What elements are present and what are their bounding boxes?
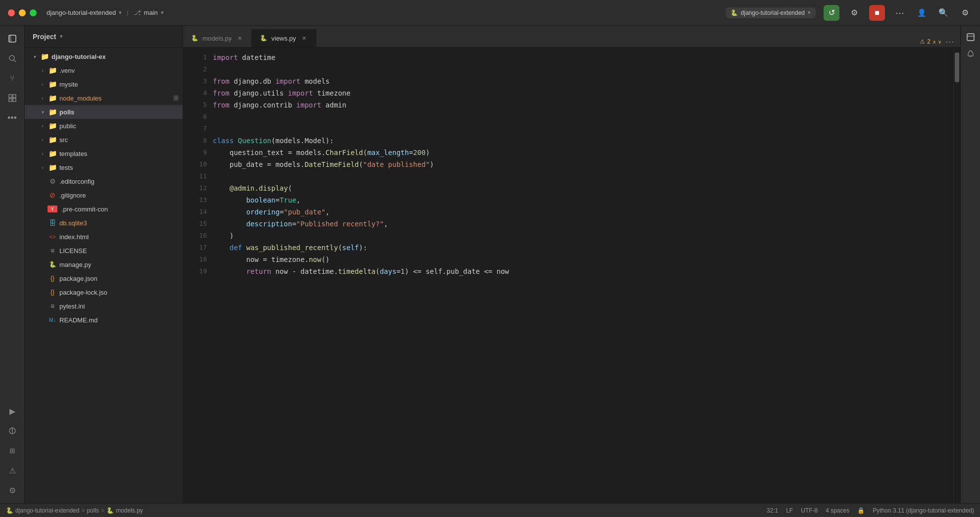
search-icon[interactable]: 🔍	[936, 6, 950, 20]
node-modules-badge: I	[173, 95, 179, 101]
branch-icon: ⎇	[134, 9, 141, 16]
mysite-label: mysite	[59, 81, 179, 88]
root-folder-icon: 📁	[40, 52, 49, 60]
tab-views-py[interactable]: 🐍 views.py ✕	[252, 29, 316, 47]
project-title[interactable]: django-tutorial-extended	[47, 9, 116, 16]
status-line-ending[interactable]: LF	[786, 507, 793, 514]
traffic-lights	[8, 9, 37, 16]
sidebar-icon-more[interactable]: •••	[3, 109, 21, 127]
tree-item-polls[interactable]: ▾ 📁 polls	[25, 105, 183, 119]
views-py-close-icon[interactable]: ✕	[300, 34, 308, 42]
venv-label: .venv	[59, 67, 179, 74]
editor-scrollbar[interactable]	[953, 48, 960, 503]
project-title-section: django-tutorial-extended ▾ | ⎇ main ▾	[47, 9, 164, 16]
tree-item-manage-py[interactable]: › 🐍 manage.py	[25, 258, 183, 271]
settings-button[interactable]: ⚙	[847, 6, 861, 20]
templates-chevron-icon: ›	[39, 151, 47, 156]
branch-chevron-icon: ▾	[161, 9, 164, 16]
tree-item-db[interactable]: › 🗄 db.sqlite3	[25, 216, 183, 230]
status-indent[interactable]: 4 spaces	[826, 507, 849, 514]
svg-line-3	[14, 60, 16, 62]
venv-chevron-icon: ›	[39, 68, 47, 73]
panel-header: Project ▾	[25, 26, 183, 48]
chevron-down-icon: ▾	[119, 9, 122, 16]
status-position[interactable]: 32:1	[767, 507, 778, 514]
tree-item-pre-commit[interactable]: › Y .pre-commit-con	[25, 202, 183, 216]
tree-item-readme[interactable]: › M↓ README.md	[25, 313, 183, 327]
tree-item-editorconfig[interactable]: › ⚙ .editorconfig	[25, 174, 183, 188]
sidebar-icon-run[interactable]: ▶	[3, 402, 21, 420]
tree-item-node-modules[interactable]: › 📁 node_modules I	[25, 91, 183, 105]
right-icon-bell[interactable]	[963, 47, 978, 61]
sidebar-icon-debug[interactable]	[3, 422, 21, 440]
tests-label: tests	[59, 164, 179, 171]
sidebar-icon-extensions[interactable]	[3, 89, 21, 107]
breadcrumb[interactable]: 🐍 django-tutorial-extended > polls > 🐍 m…	[6, 507, 143, 514]
warning-badge[interactable]: ⚠ 2 ∧ ∨	[920, 38, 941, 45]
breadcrumb-project: django-tutorial-extended	[15, 507, 79, 514]
tree-item-package-json[interactable]: › {} package.json	[25, 271, 183, 285]
code-line-15: description="Published recently?",	[213, 218, 949, 230]
sidebar-icon-remote[interactable]: ⊞	[3, 442, 21, 460]
tabs-more-icon[interactable]: ⋯	[945, 36, 954, 47]
tree-item-templates[interactable]: › 📁 templates	[25, 147, 183, 160]
status-bar-right: 32:1 LF UTF-8 4 spaces 🔒 Python 3.11 (dj…	[767, 507, 974, 514]
mysite-folder-icon: 📁	[48, 80, 57, 88]
status-encoding[interactable]: UTF-8	[801, 507, 818, 514]
editor-area: 🐍 models.py ✕ 🐍 views.py ✕ ⚠ 2 ∧ ∨ ⋯	[183, 26, 960, 503]
code-line-4: from django.utils import timezone	[213, 87, 949, 99]
file-tree-panel: Project ▾ ▾ 📁 django-tutorial-ex › 📁 .ve…	[25, 26, 183, 503]
svg-point-2	[9, 55, 14, 60]
tree-item-index-html[interactable]: › <> index.html	[25, 230, 183, 244]
tree-item-venv[interactable]: › 📁 .venv	[25, 63, 183, 77]
stop-button[interactable]: ■	[869, 5, 885, 21]
tree-item-package-lock[interactable]: › {} package-lock.jso	[25, 285, 183, 299]
kw-import-1: import	[213, 52, 238, 63]
svg-point-13	[970, 56, 971, 57]
editor-content[interactable]: 1 2 3 4 5 6 7 8 9 10 11 12 13 14 15 16 1…	[183, 48, 960, 503]
status-python-version[interactable]: Python 3.11 (django-tutorial-extended)	[873, 507, 974, 514]
right-sidebar	[960, 26, 980, 503]
branch-name[interactable]: main	[144, 9, 158, 16]
sidebar-icon-alert[interactable]: ⚠	[3, 462, 21, 479]
tree-item-public[interactable]: › 📁 public	[25, 119, 183, 133]
sidebar-icon-explorer[interactable]	[3, 30, 21, 48]
tree-item-mysite[interactable]: › 📁 mysite	[25, 77, 183, 91]
traffic-light-red[interactable]	[8, 9, 15, 16]
right-icon-structure[interactable]	[963, 30, 978, 45]
project-badge[interactable]: 🐍 django-tutorial-extended ▾	[726, 7, 816, 18]
run-button[interactable]: ↺	[824, 5, 839, 21]
root-chevron-icon: ▾	[31, 54, 39, 59]
code-line-16: )	[213, 230, 949, 242]
account-icon[interactable]: 👤	[915, 6, 929, 20]
sidebar-icon-git[interactable]: ⑂	[3, 69, 21, 87]
package-json-icon: {}	[48, 275, 57, 282]
sidebar-icon-settings[interactable]: ⚙	[3, 481, 21, 499]
node-modules-folder-icon: 📁	[48, 94, 57, 102]
tree-item-tests[interactable]: › 📁 tests	[25, 160, 183, 174]
breadcrumb-sep-1: >	[81, 507, 85, 514]
tree-item-pytest-ini[interactable]: › ≡ pytest.ini	[25, 299, 183, 313]
traffic-light-green[interactable]	[30, 9, 37, 16]
models-py-close-icon[interactable]: ✕	[236, 34, 244, 42]
public-folder-icon: 📁	[48, 122, 57, 130]
tree-item-license[interactable]: › ≡ LICENSE	[25, 244, 183, 258]
tests-folder-icon: 📁	[48, 163, 57, 171]
tree-item-root[interactable]: ▾ 📁 django-tutorial-ex	[25, 50, 183, 63]
index-html-label: index.html	[59, 233, 179, 241]
polls-folder-icon: 📁	[48, 108, 57, 116]
sidebar-icon-search[interactable]	[3, 50, 21, 67]
more-options-icon[interactable]: ⋯	[893, 6, 907, 20]
preferences-icon[interactable]: ⚙	[958, 6, 972, 20]
tree-item-gitignore[interactable]: › ⊘ .gitignore	[25, 188, 183, 202]
traffic-light-yellow[interactable]	[19, 9, 26, 16]
warning-up-icon: ∧	[932, 39, 936, 45]
readme-label: README.md	[59, 316, 179, 324]
tab-models-py[interactable]: 🐍 models.py ✕	[183, 29, 252, 47]
project-badge-label: django-tutorial-extended	[741, 9, 805, 16]
tree-item-src[interactable]: › 📁 src	[25, 133, 183, 147]
code-area[interactable]: import datetime from django.db import mo…	[213, 48, 953, 503]
position-label: 32:1	[767, 507, 778, 514]
lock-icon: 🔒	[857, 507, 865, 514]
code-line-13: boolean=True,	[213, 194, 949, 206]
